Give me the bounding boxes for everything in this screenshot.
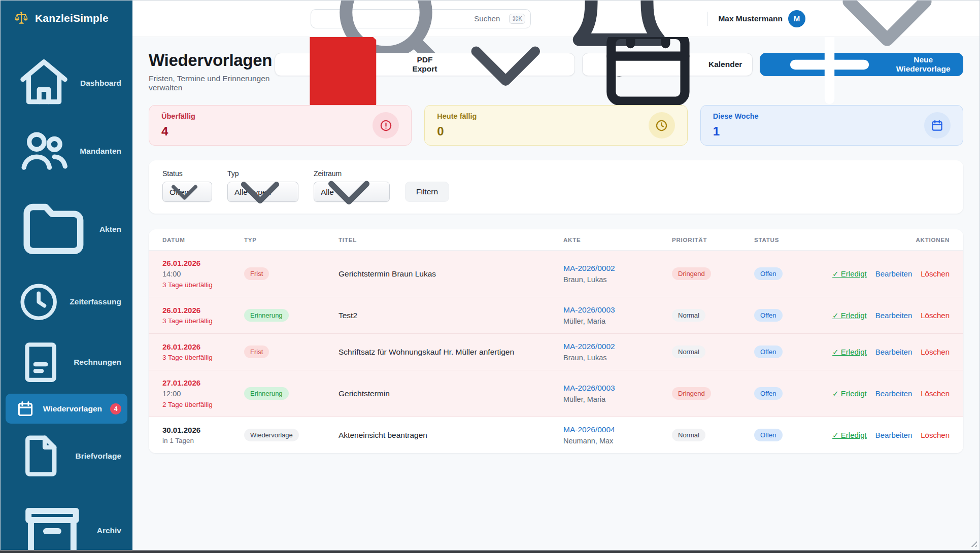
kalender-button[interactable]: Kalender xyxy=(582,53,753,76)
status-badge: Offen xyxy=(754,267,783,280)
priority-badge: Normal xyxy=(672,429,705,441)
neue-wiedervorlage-button[interactable]: Neue Wiedervorlage xyxy=(760,53,963,76)
loeschen-link[interactable]: Löschen xyxy=(921,311,950,320)
sidebar-item-mandanten[interactable]: Mandanten xyxy=(6,118,127,185)
cell-akte: MA-2026/0004 Neumann, Max xyxy=(558,425,667,445)
stat-label: Überfällig xyxy=(161,112,195,120)
pdf-export-button[interactable]: PDF Export xyxy=(275,53,576,76)
akte-link[interactable]: MA-2026/0004 xyxy=(563,425,615,434)
cell-datum: 30.01.2026 in 1 Tagen xyxy=(149,426,239,444)
search-box[interactable]: ⌘K xyxy=(311,9,531,28)
row-title: Akteneinsicht beantragen xyxy=(333,431,558,440)
row-date: 26.01.2026 xyxy=(162,306,234,315)
akte-link[interactable]: MA-2026/0002 xyxy=(563,264,615,273)
main-area: ⌘K Max Mustermann M Wiedervorlagen Frist… xyxy=(132,1,979,550)
cell-aktionen: ✓ Erledigt Bearbeiten Löschen xyxy=(834,389,963,398)
erledigt-link[interactable]: ✓ Erledigt xyxy=(832,311,867,320)
table-body: 26.01.2026 14:00 3 Tage überfällig Frist… xyxy=(149,251,963,453)
loeschen-link[interactable]: Löschen xyxy=(921,389,950,398)
cell-datum: 27.01.2026 12:00 2 Tage überfällig xyxy=(149,378,239,408)
loeschen-link[interactable]: Löschen xyxy=(921,269,950,279)
wiedervorlagen-table: DATUMTYPTITELAKTEPRIORITÄTSTATUSAKTIONEN… xyxy=(149,229,963,453)
table-row: 27.01.2026 12:00 2 Tage überfällig Erinn… xyxy=(149,370,963,417)
erledigt-link[interactable]: ✓ Erledigt xyxy=(832,431,867,440)
erledigt-link[interactable]: ✓ Erledigt xyxy=(832,389,867,398)
priority-badge: Dringend xyxy=(672,267,711,280)
cell-akte: MA-2026/0002 Braun, Lukas xyxy=(558,342,667,362)
stat-value: 1 xyxy=(713,124,759,139)
cell-akte: MA-2026/0002 Braun, Lukas xyxy=(558,264,667,284)
sidebar-item-wiedervorlagen[interactable]: Wiedervorlagen 4 xyxy=(6,394,127,424)
typ-select[interactable]: Alle Typen xyxy=(227,182,298,202)
row-title: Gerichtstermin Braun Lukas xyxy=(333,269,558,279)
row-date: 30.01.2026 xyxy=(162,426,234,434)
akte-link[interactable]: MA-2026/0003 xyxy=(563,305,615,315)
sidebar-item-akten[interactable]: Akten xyxy=(6,186,127,272)
erledigt-link[interactable]: ✓ Erledigt xyxy=(832,269,867,279)
app-window: KanzleiSimple Dashboard Mandanten Akten … xyxy=(0,0,980,550)
status-badge: Offen xyxy=(754,345,783,358)
typ-label: Typ xyxy=(227,169,298,178)
search-input[interactable] xyxy=(473,14,504,23)
cell-aktionen: ✓ Erledigt Bearbeiten Löschen xyxy=(834,431,963,440)
cell-typ: Wiedervorlage xyxy=(239,429,333,441)
cell-status: Offen xyxy=(749,267,834,280)
loeschen-link[interactable]: Löschen xyxy=(921,431,950,440)
kalender-label: Kalender xyxy=(708,60,742,69)
cell-prioritaet: Normal xyxy=(667,345,749,358)
row-due-note: 3 Tage überfällig xyxy=(162,354,234,361)
filter-status: Status Offen xyxy=(162,169,212,202)
row-title: Test2 xyxy=(333,311,558,320)
priority-badge: Dringend xyxy=(672,387,711,400)
akte-link[interactable]: MA-2026/0003 xyxy=(563,384,615,393)
filtern-button[interactable]: Filtern xyxy=(405,182,449,202)
stat-card-blue: Diese Woche 1 xyxy=(700,105,963,146)
page-title: Wiedervorlagen xyxy=(149,51,275,70)
sidebar-item-rechnungen[interactable]: Rechnungen xyxy=(6,332,127,393)
akte-link[interactable]: MA-2026/0002 xyxy=(563,342,615,351)
row-date: 27.01.2026 xyxy=(162,378,234,387)
akte-client: Müller, Maria xyxy=(563,317,662,325)
folder-icon xyxy=(16,191,91,267)
table-row: 26.01.2026 14:00 3 Tage überfällig Frist… xyxy=(149,251,963,297)
pdf-export-label: PDF Export xyxy=(408,55,441,74)
cell-prioritaet: Dringend xyxy=(667,387,749,400)
cell-datum: 26.01.2026 3 Tage überfällig xyxy=(149,306,239,325)
row-time: 14:00 xyxy=(162,270,234,278)
clock-icon xyxy=(649,112,675,139)
filter-bar: Status Offen Typ Alle Typen xyxy=(149,160,963,214)
sidebar-item-archiv[interactable]: Archiv xyxy=(6,489,127,550)
clock-icon xyxy=(16,279,61,325)
cell-typ: Erinnerung xyxy=(239,387,333,400)
bearbeiten-link[interactable]: Bearbeiten xyxy=(875,311,913,320)
column-header: PRIORITÄT xyxy=(667,237,749,243)
stat-label: Diese Woche xyxy=(713,112,759,120)
loeschen-link[interactable]: Löschen xyxy=(921,348,950,357)
bearbeiten-link[interactable]: Bearbeiten xyxy=(875,269,913,279)
cell-datum: 26.01.2026 3 Tage überfällig xyxy=(149,342,239,361)
sidebar-item-briefvorlage[interactable]: Briefvorlage xyxy=(6,425,127,488)
status-select[interactable]: Offen xyxy=(162,182,212,202)
sidebar: KanzleiSimple Dashboard Mandanten Akten … xyxy=(1,1,132,550)
bearbeiten-link[interactable]: Bearbeiten xyxy=(875,389,913,398)
cell-aktionen: ✓ Erledigt Bearbeiten Löschen xyxy=(834,311,963,320)
user-name: Max Mustermann xyxy=(718,14,783,23)
type-badge: Erinnerung xyxy=(244,387,289,400)
cell-typ: Erinnerung xyxy=(239,309,333,322)
search-shortcut-kbd: ⌘K xyxy=(509,14,525,24)
cell-status: Offen xyxy=(749,309,834,322)
bearbeiten-link[interactable]: Bearbeiten xyxy=(875,348,913,357)
archive-icon xyxy=(16,494,89,550)
sidebar-item-dashboard[interactable]: Dashboard xyxy=(6,49,127,117)
table-row: 26.01.2026 3 Tage überfällig Erinnerung … xyxy=(149,297,963,334)
erledigt-link[interactable]: ✓ Erledigt xyxy=(832,348,867,357)
row-due-note: 3 Tage überfällig xyxy=(162,317,234,325)
zeitraum-select[interactable]: Alle xyxy=(314,182,390,202)
row-due-note: 3 Tage überfällig xyxy=(162,281,234,289)
bearbeiten-link[interactable]: Bearbeiten xyxy=(875,431,913,440)
status-badge: Offen xyxy=(754,429,783,441)
column-header: DATUM xyxy=(149,237,239,243)
app-name: KanzleiSimple xyxy=(35,12,109,24)
akte-client: Müller, Maria xyxy=(563,395,662,403)
sidebar-item-zeiterfassung[interactable]: Zeiterfassung xyxy=(6,273,127,330)
